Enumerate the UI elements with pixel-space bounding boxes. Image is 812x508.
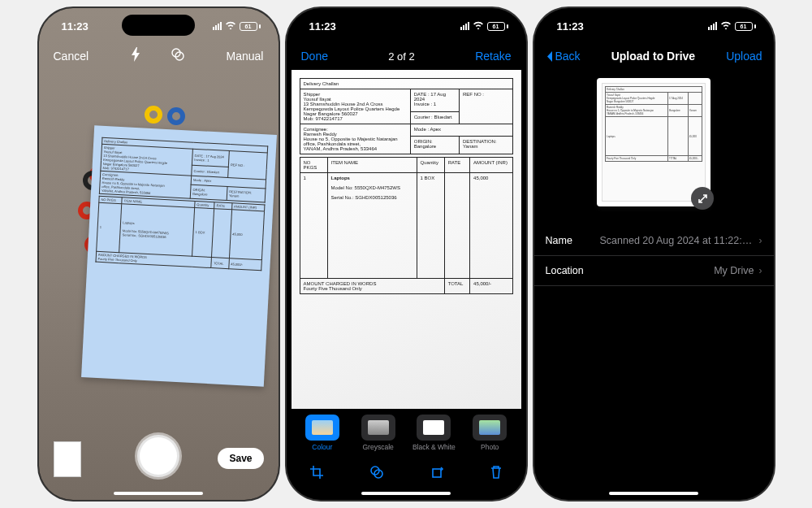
doc-words-value: Fourty Five Thousand Only	[97, 257, 136, 263]
camera-top-bar: Cancel Manual	[39, 44, 279, 68]
battery-icon: 61	[735, 22, 756, 31]
doc-invoice-value: 1	[207, 158, 209, 162]
doc-cell: 1 BOX	[417, 173, 444, 279]
retake-button[interactable]: Retake	[475, 50, 511, 63]
filter-label: Photo	[481, 443, 499, 451]
doc-hdr: RATE	[444, 158, 469, 173]
doc-total-label: TOTAL	[444, 279, 469, 294]
phone-scan-view: 11:23 61 Cancel Manual D	[39, 8, 279, 500]
shutter-button[interactable]	[137, 435, 179, 477]
doc-courier-value: Bluedart	[207, 169, 219, 174]
tool-row	[287, 459, 526, 488]
battery-level: 61	[493, 24, 499, 29]
upload-top-bar: Back Upload to Drive Upload	[534, 44, 774, 68]
status-indicators: 61	[213, 20, 261, 32]
page-title: Upload to Drive	[611, 50, 695, 63]
flash-icon[interactable]	[130, 47, 141, 65]
doc-ref: REF NO :	[227, 151, 267, 180]
doc-dest-value: Yanam	[228, 193, 239, 198]
filter-colour[interactable]: Colour	[300, 415, 345, 451]
doc-cell: Laptops	[606, 117, 668, 156]
doc-invoice-label: Invoice :	[194, 158, 206, 163]
chevron-right-icon: ›	[759, 235, 762, 246]
doc-date-value: 17 Aug 2024	[668, 93, 689, 105]
doc-cell: Laptops	[331, 176, 350, 180]
doc-consignee-addr: YANAM, Andhra Pradesh, 533464	[607, 112, 667, 115]
wifi-icon	[225, 20, 236, 32]
dynamic-island	[617, 15, 690, 36]
doc-cell: Serial No.: SGHDX005125036	[331, 195, 413, 200]
doc-courier-label: Courier :	[414, 115, 433, 119]
save-button[interactable]: Save	[218, 448, 263, 469]
doc-cell: 1 BOX	[192, 207, 214, 257]
doc-cell: Model No: 5550QXD-M4752WS	[331, 185, 413, 190]
desk-ring-blue	[167, 107, 185, 125]
back-label: Back	[555, 50, 581, 63]
battery-icon: 61	[487, 22, 508, 31]
chevron-right-icon: ›	[759, 265, 762, 276]
doc-title: Delivery Challan	[606, 87, 702, 93]
cellular-icon	[708, 22, 717, 30]
cellular-icon	[460, 22, 469, 30]
expand-button[interactable]	[691, 187, 714, 210]
chevron-left-icon	[546, 50, 553, 63]
review-top-bar: Done 2 of 2 Retake	[287, 44, 526, 68]
trash-icon[interactable]	[490, 465, 503, 483]
doc-invoice-value: 1	[434, 102, 436, 106]
name-row[interactable]: Name Scanned 20 Aug 2024 at 11:22:17 AM.…	[534, 226, 774, 256]
row-value: My Drive	[714, 265, 754, 276]
filter-label: Colour	[312, 443, 332, 451]
wifi-icon	[720, 20, 732, 32]
doc-words-value: Fourty Five Thousand Only	[606, 156, 668, 162]
doc-cell: 45,000	[229, 210, 264, 260]
doc-hdr: AMOUNT (INR)	[470, 158, 512, 173]
doc-consignee-addr: YANAM, Andhra Pradesh, 533464	[304, 146, 407, 151]
status-time: 11:23	[309, 20, 336, 33]
home-indicator[interactable]	[114, 492, 203, 495]
filter-greyscale[interactable]: Greyscale	[356, 415, 401, 451]
filter-label: Black & White	[412, 443, 456, 451]
home-indicator[interactable]	[609, 492, 698, 495]
doc-total-value: 45,000/-	[470, 279, 512, 294]
done-button[interactable]: Done	[301, 50, 328, 63]
rotate-icon[interactable]	[430, 465, 444, 483]
doc-title: Delivery Challan	[300, 79, 512, 89]
doc-mode-label: Mode :	[192, 178, 202, 183]
doc-dest-value: Yanam	[688, 105, 702, 117]
page-counter: 2 of 2	[388, 50, 415, 63]
back-button[interactable]: Back	[546, 50, 581, 63]
doc-shipper-addr: Nagar Bangalore 560027	[607, 100, 667, 103]
doc-mode-label: Mode :	[414, 127, 429, 132]
doc-origin-value: Bangalore	[414, 144, 436, 149]
document-preview[interactable]: Delivery Challan Shipper Yousuf Ilayat 1…	[292, 70, 521, 409]
filters-icon[interactable]	[171, 47, 185, 65]
manual-button[interactable]: Manual	[227, 50, 264, 63]
doc-hdr: NO PKGS	[300, 158, 327, 173]
battery-level: 61	[245, 24, 252, 29]
location-row[interactable]: Location My Drive ›	[534, 256, 774, 286]
filter-photo[interactable]: Photo	[467, 415, 512, 451]
doc-origin-value: Bangalore	[668, 105, 689, 117]
doc-hdr: Quantity	[417, 158, 444, 173]
crop-icon[interactable]	[309, 465, 324, 483]
dynamic-island	[122, 15, 195, 36]
doc-ref: REF NO :	[459, 89, 512, 124]
wifi-icon	[473, 20, 484, 32]
cancel-button[interactable]: Cancel	[54, 50, 89, 63]
doc-cell: 45,000	[688, 117, 702, 156]
filter-bw[interactable]: Black & White	[411, 415, 456, 451]
filters-icon[interactable]	[369, 465, 384, 483]
doc-total-value: 45,000/-	[228, 258, 261, 271]
filter-row: Colour Greyscale Black & White Photo	[287, 409, 526, 456]
desk-ring-yellow	[145, 106, 162, 124]
row-value: Scanned 20 Aug 2024 at 11:22:17 AM.pdf	[600, 235, 754, 246]
home-indicator[interactable]	[361, 492, 451, 495]
scan-thumbnail[interactable]	[54, 441, 81, 477]
doc-total-value: 45,000/-	[688, 156, 702, 162]
upload-details: Name Scanned 20 Aug 2024 at 11:22:17 AM.…	[534, 226, 774, 286]
doc-mode-value: Apex	[204, 179, 211, 183]
doc-shipper-mob: Mob: 9742214717	[304, 116, 407, 121]
upload-button[interactable]: Upload	[726, 50, 762, 63]
row-label: Name	[546, 235, 572, 246]
upload-preview: Delivery Challan Yousuf Ilayat Kempegowd…	[597, 78, 710, 206]
